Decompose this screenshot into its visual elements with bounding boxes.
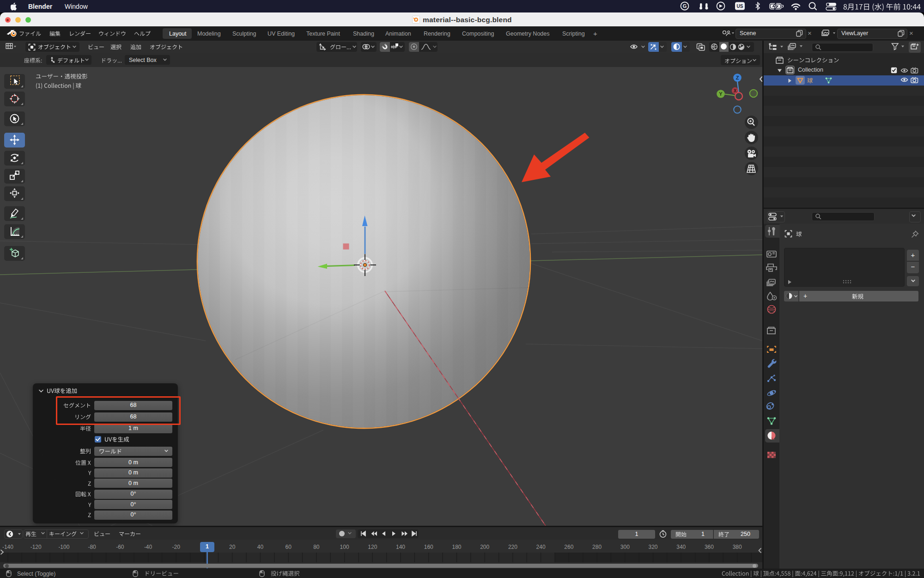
- svg-text:Y: Y: [719, 91, 723, 97]
- svg-text:G: G: [683, 3, 687, 9]
- svg-text:X: X: [734, 88, 737, 93]
- svg-text:US: US: [737, 4, 743, 9]
- svg-text:Z: Z: [736, 75, 739, 80]
